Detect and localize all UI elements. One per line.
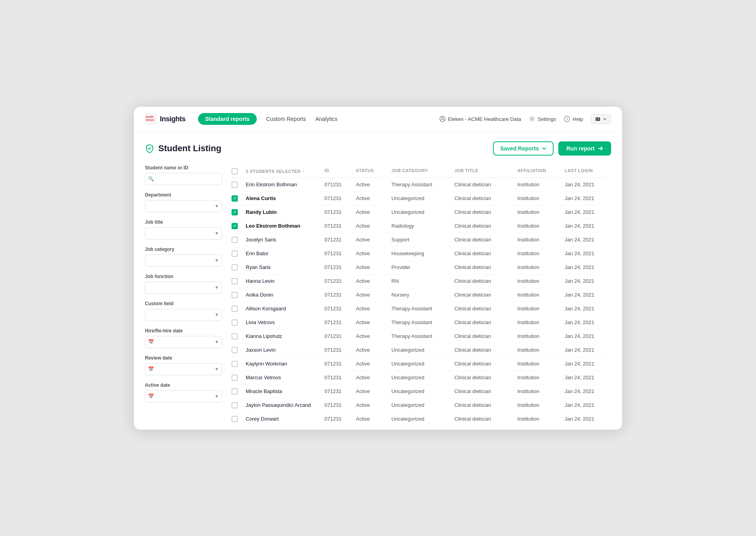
student-name-input[interactable] xyxy=(145,173,222,185)
row-job-title: Clinical dietician xyxy=(454,264,517,270)
row-checkbox[interactable] xyxy=(232,292,238,298)
job-function-select[interactable] xyxy=(145,282,222,294)
svg-text:Stream: Stream xyxy=(146,119,154,121)
row-checkbox[interactable] xyxy=(232,237,238,243)
row-checkbox[interactable] xyxy=(232,319,238,326)
department-select[interactable] xyxy=(145,200,222,212)
filter-hire-date: Hire/Re-hire date 📅 ▼ xyxy=(145,328,222,348)
row-checkbox[interactable] xyxy=(232,209,238,215)
table-row[interactable]: Randy Lubin 071231 Active Uncategorized … xyxy=(232,206,611,219)
table-row[interactable]: Jaylon Passaquindici Arcand 071231 Activ… xyxy=(232,399,611,412)
col-header-status: STATUS xyxy=(356,168,391,174)
row-job-category: Support xyxy=(391,237,454,243)
table-row[interactable]: Erin Bator 071231 Active Housekeeping Cl… xyxy=(232,247,611,261)
row-id: 071231 xyxy=(324,223,356,229)
row-checkbox[interactable] xyxy=(232,223,238,229)
row-checkbox[interactable] xyxy=(232,182,238,188)
svg-text:Health: Health xyxy=(146,115,154,118)
table-rows: Erin Ekstrom Bothman 071231 Active Thera… xyxy=(232,178,611,426)
table-row[interactable]: Marcus Vetrovs 071231 Active Uncategoriz… xyxy=(232,371,611,385)
row-name: Leo Ekstrom Bothman xyxy=(246,223,324,229)
row-status: Active xyxy=(356,319,391,325)
row-affiliation: Institution xyxy=(517,333,565,339)
row-id: 071231 xyxy=(324,361,356,367)
row-affiliation: Institution xyxy=(517,319,565,325)
table-row[interactable]: Erin Ekstrom Bothman 071231 Active Thera… xyxy=(232,178,611,192)
row-job-category: Therapy Assistant xyxy=(391,319,454,325)
table-row[interactable]: Kaylynn Workman 071231 Active Uncategori… xyxy=(232,357,611,371)
row-checkbox-cell xyxy=(232,182,246,188)
active-date-label: Active date xyxy=(145,382,222,388)
row-checkbox[interactable] xyxy=(232,306,238,312)
sidebar-filters: Student name or ID 🔍 Department ▼ xyxy=(145,165,232,426)
user-badge[interactable]: IB xyxy=(591,114,611,124)
custom-field-select[interactable] xyxy=(145,309,222,321)
hire-date-label: Hire/Re-hire date xyxy=(145,328,222,334)
run-report-button[interactable]: Run report xyxy=(558,141,611,156)
table-row[interactable]: Miracle Baptista 071231 Active Uncategor… xyxy=(232,385,611,399)
standard-reports-nav[interactable]: Standard reports xyxy=(198,113,257,125)
row-status: Active xyxy=(356,264,391,270)
row-last-login: Jan 24, 2021 xyxy=(565,237,608,243)
arrow-right-icon xyxy=(598,146,603,151)
account-info[interactable]: Eleken - ACME Healthcare Data xyxy=(439,116,521,122)
row-checkbox[interactable] xyxy=(232,264,238,271)
chevron-down-icon xyxy=(542,146,547,151)
row-status: Active xyxy=(356,292,391,298)
row-last-login: Jan 24, 2021 xyxy=(565,388,608,394)
row-checkbox-cell xyxy=(232,306,246,312)
table-row[interactable]: Allison Korsgaard 071231 Active Therapy … xyxy=(232,302,611,316)
row-job-category: Uncategorized xyxy=(391,195,454,201)
row-checkbox-cell xyxy=(232,195,246,202)
analytics-nav[interactable]: Analytics xyxy=(315,116,337,122)
review-date-input[interactable] xyxy=(145,363,222,375)
table-row[interactable]: Ryan Saris 071231 Active Provider Clinic… xyxy=(232,261,611,274)
job-category-select[interactable] xyxy=(145,254,222,267)
row-checkbox[interactable] xyxy=(232,278,238,284)
help-link[interactable]: ? Help xyxy=(564,116,583,122)
nav-right: Eleken - ACME Healthcare Data Settings ?… xyxy=(439,114,611,124)
table-row[interactable]: Jaxson Levin 071231 Active Uncategorized… xyxy=(232,343,611,357)
row-status: Active xyxy=(356,278,391,284)
table-row[interactable]: Alena Curtis 071231 Active Uncategorized… xyxy=(232,192,611,206)
row-job-category: Uncategorized xyxy=(391,402,454,408)
row-job-title: Clinical dietician xyxy=(454,361,517,367)
table-row[interactable]: Anika Donin 071231 Active Nursery Clinic… xyxy=(232,288,611,302)
row-checkbox[interactable] xyxy=(232,416,238,422)
hire-date-input[interactable] xyxy=(145,336,222,348)
row-job-title: Clinical dietician xyxy=(454,306,517,312)
row-checkbox[interactable] xyxy=(232,347,238,353)
saved-reports-button[interactable]: Saved Reports xyxy=(493,141,554,156)
job-title-select[interactable] xyxy=(145,227,222,239)
select-all-checkbox[interactable] xyxy=(232,168,238,174)
column-headers: 3 STUDENTS SELECTED ↑ ID STATUS JOB CATE… xyxy=(232,165,611,178)
settings-label: Settings xyxy=(537,116,556,122)
search-icon: 🔍 xyxy=(148,176,154,182)
row-status: Active xyxy=(356,306,391,312)
row-checkbox[interactable] xyxy=(232,333,238,339)
row-name: Erin Ekstrom Bothman xyxy=(246,182,324,187)
row-checkbox[interactable] xyxy=(232,402,238,408)
table-row[interactable]: Livia Vetrovs 071231 Active Therapy Assi… xyxy=(232,316,611,330)
table-row[interactable]: Hanna Levin 071231 Active RN Clinical di… xyxy=(232,274,611,288)
row-job-category: Therapy Assistant xyxy=(391,182,454,187)
row-checkbox[interactable] xyxy=(232,375,238,381)
settings-link[interactable]: Settings xyxy=(529,116,556,122)
table-row[interactable]: Kianna Lipshutz 071231 Active Therapy As… xyxy=(232,330,611,343)
row-name: Livia Vetrovs xyxy=(246,319,324,325)
row-checkbox[interactable] xyxy=(232,250,238,257)
col-header-selected[interactable]: 3 STUDENTS SELECTED ↑ xyxy=(246,168,324,174)
row-checkbox[interactable] xyxy=(232,388,238,395)
row-job-title: Clinical dietician xyxy=(454,333,517,339)
table-row[interactable]: Leo Ekstrom Bothman 071231 Active Radiol… xyxy=(232,219,611,233)
row-checkbox[interactable] xyxy=(232,361,238,367)
table-row[interactable]: Corey Dorwart 071231 Active Uncategorize… xyxy=(232,412,611,426)
row-affiliation: Institution xyxy=(517,347,565,353)
row-affiliation: Institution xyxy=(517,388,565,394)
filter-student-name: Student name or ID 🔍 xyxy=(145,165,222,185)
row-affiliation: Institution xyxy=(517,416,565,422)
active-date-input[interactable] xyxy=(145,390,222,402)
custom-reports-nav[interactable]: Custom Reports xyxy=(266,116,306,122)
table-row[interactable]: Jocelyn Saris 071231 Active Support Clin… xyxy=(232,233,611,247)
row-checkbox[interactable] xyxy=(232,195,238,202)
